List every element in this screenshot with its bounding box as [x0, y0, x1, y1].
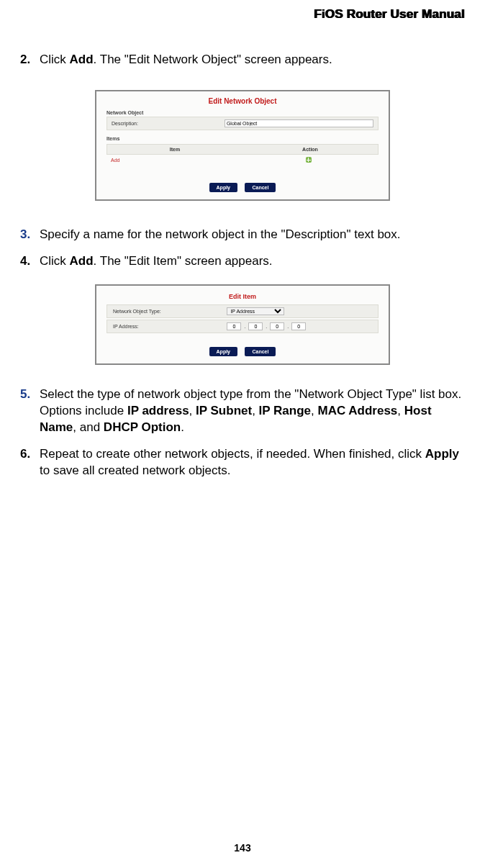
step-4-text: Click Add. The "Edit Item" screen appear… [40, 253, 465, 270]
step-2-post: . The "Edit Network Object" screen appea… [94, 53, 332, 66]
step-5-end: . [181, 420, 184, 434]
ip-dot: . [266, 324, 267, 329]
fig2-ip-row: IP Address: . . . [106, 320, 379, 333]
step-6: 6. Repeat to create other network object… [20, 446, 465, 479]
step-3: 3. Specify a name for the network object… [20, 227, 465, 243]
step-5-sep: , [397, 404, 404, 417]
cancel-button[interactable]: Cancel [245, 347, 276, 356]
figure-edit-network-object: Edit Network Object Network Object Descr… [95, 90, 390, 201]
step-5-b3: IP Range [259, 404, 311, 417]
step-4-post: . The "Edit Item" screen appears. [94, 254, 273, 268]
cancel-button[interactable]: Cancel [245, 183, 276, 192]
step-2-number: 2. [20, 52, 33, 68]
step-2-pre: Click [40, 53, 70, 66]
step-5-b6: DHCP Option [104, 420, 181, 434]
fig1-section-network-object: Network Object [106, 110, 379, 115]
doc-header: FiOS Router User Manual [20, 0, 465, 22]
step-5-sep: , [189, 404, 196, 417]
step-2: 2. Click Add. The "Edit Network Object" … [20, 52, 465, 68]
description-input[interactable] [225, 119, 373, 127]
ip-octet-4[interactable] [291, 322, 306, 330]
ip-octet-1[interactable] [227, 322, 241, 330]
step-2-bold: Add [70, 53, 94, 66]
step-6-text: Repeat to create other network objects, … [40, 446, 465, 479]
ip-dot: . [244, 324, 245, 329]
step-5-number: 5. [20, 386, 33, 436]
ip-octet-3[interactable] [270, 322, 284, 330]
fig2-title: Edit Item [96, 286, 389, 304]
step-5-text: Select the type of network object type f… [40, 386, 465, 436]
fig2-button-bar: Apply Cancel [96, 335, 389, 363]
add-item-link[interactable]: Add [111, 158, 242, 163]
step-3-text: Specify a name for the network object in… [40, 227, 465, 243]
fig1-description-label: Description: [112, 121, 222, 126]
ip-dot: . [287, 324, 289, 329]
fig1-button-bar: Apply Cancel [96, 171, 389, 199]
doc-title: FiOS Router User Manual [314, 7, 465, 21]
fig1-items-add-row: Add [106, 155, 379, 165]
fig1-items-th-item: Item [107, 147, 242, 152]
step-4-bold: Add [70, 254, 94, 268]
fig1-description-row: Description: [106, 117, 379, 130]
step-6-pre: Repeat to create other network objects, … [40, 447, 425, 461]
step-4-pre: Click [40, 254, 70, 268]
step-6-bold: Apply [425, 447, 459, 461]
page-number: 143 [0, 842, 485, 854]
fig1-title: Edit Network Object [96, 91, 389, 108]
apply-button[interactable]: Apply [209, 183, 237, 192]
fig1-items-th-action: Action [242, 147, 378, 152]
step-4-number: 4. [20, 253, 33, 270]
step-6-number: 6. [20, 446, 33, 479]
step-5-sep: , [252, 404, 258, 417]
fig2-type-label: Network Object Type: [113, 309, 227, 314]
step-5-b2: IP Subnet [196, 404, 252, 417]
doc-content: 2. Click Add. The "Edit Network Object" … [20, 22, 465, 479]
apply-button[interactable]: Apply [209, 347, 237, 356]
fig1-section-items: Items [106, 136, 379, 141]
step-3-number: 3. [20, 227, 33, 243]
step-6-post: to save all created network objects. [40, 464, 231, 477]
fig2-type-row: Network Object Type: IP Address [106, 304, 379, 318]
step-5-and: , and [73, 420, 104, 434]
step-5-b4: MAC Address [317, 404, 397, 417]
figure-edit-item: Edit Item Network Object Type: IP Addres… [95, 284, 390, 365]
step-5-b1: IP address [127, 404, 189, 417]
add-icon[interactable] [306, 157, 312, 163]
fig2-ip-label: IP Address: [113, 324, 227, 329]
fig1-items-header: Item Action [106, 144, 379, 155]
network-object-type-select[interactable]: IP Address [227, 307, 284, 315]
step-2-text: Click Add. The "Edit Network Object" scr… [40, 52, 465, 68]
ip-octet-2[interactable] [248, 322, 263, 330]
step-5: 5. Select the type of network object typ… [20, 386, 465, 436]
step-4: 4. Click Add. The "Edit Item" screen app… [20, 253, 465, 270]
